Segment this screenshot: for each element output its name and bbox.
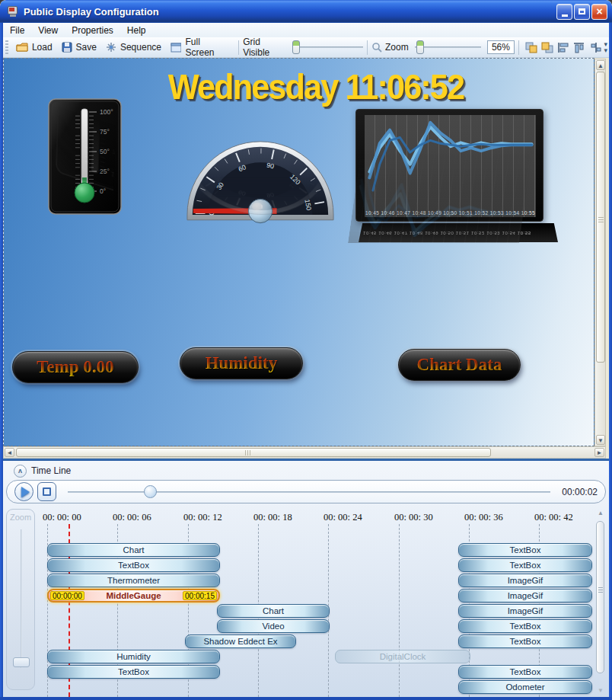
- full-screen-icon: [171, 43, 182, 53]
- close-button[interactable]: ×: [591, 4, 607, 20]
- ruler-label: 00: 00: 00: [43, 512, 81, 523]
- maximize-button[interactable]: [574, 4, 590, 20]
- title-bar[interactable]: Public Display Configuration ×: [0, 0, 612, 23]
- align-center-icon: [590, 42, 602, 53]
- window-title: Public Display Configuration: [24, 6, 555, 18]
- menu-help[interactable]: Help: [120, 24, 153, 37]
- thermometer-widget[interactable]: 100°75°50°25°0°: [56, 58, 139, 198]
- transport-bar: 00:00:02: [6, 480, 606, 503]
- align-top-button[interactable]: [572, 40, 588, 55]
- canvas-horizontal-scrollbar[interactable]: ◄ ►: [3, 446, 606, 459]
- timeline-bar-humidity[interactable]: Humidity: [47, 650, 220, 663]
- magnifier-icon: [371, 42, 382, 53]
- scroll-up-arrow[interactable]: ▲: [596, 509, 605, 518]
- vertical-scroll-thumb[interactable]: [596, 72, 605, 363]
- menu-bar: File View Properties Help: [3, 23, 609, 37]
- window-border-right: [609, 23, 612, 700]
- grid-visible-slider[interactable]: [292, 40, 363, 54]
- scroll-left-arrow[interactable]: ◄: [5, 448, 14, 457]
- save-icon: [62, 42, 72, 53]
- seek-slider-track: [68, 491, 550, 493]
- canvas-vertical-scrollbar[interactable]: ▲ ▼: [594, 59, 606, 446]
- timeline-bar-thermometer[interactable]: Thermometer: [47, 574, 220, 587]
- menu-view[interactable]: View: [31, 24, 65, 37]
- timeline-zoom-thumb[interactable]: [13, 657, 30, 667]
- grid-visible-slider-thumb[interactable]: [292, 40, 300, 54]
- bring-to-front-button[interactable]: [523, 40, 539, 55]
- minimize-button[interactable]: [556, 4, 572, 20]
- temp-button[interactable]: Temp 0.00: [12, 351, 139, 383]
- save-label: Save: [76, 42, 97, 53]
- scroll-down-arrow[interactable]: ▼: [596, 686, 605, 695]
- scroll-right-arrow[interactable]: ►: [594, 448, 604, 457]
- ruler-label: 00: 00: 24: [324, 512, 362, 523]
- timeline-bar-textbox[interactable]: TextBox: [458, 619, 592, 633]
- align-left-icon: [557, 42, 569, 53]
- timeline-bar-imagegif[interactable]: ImageGif: [458, 589, 592, 603]
- full-screen-label: Full Screen: [185, 37, 230, 58]
- timeline-bar-textbox[interactable]: TextBox: [458, 543, 592, 557]
- menu-properties[interactable]: Properties: [65, 24, 120, 37]
- scroll-down-arrow[interactable]: ▼: [596, 435, 605, 445]
- send-to-back-button[interactable]: [539, 40, 555, 55]
- svg-text:0°: 0°: [114, 78, 121, 88]
- horizontal-scroll-thumb[interactable]: [16, 448, 491, 457]
- collapse-timeline-button[interactable]: ʌ: [14, 465, 27, 478]
- seek-slider[interactable]: [68, 484, 550, 500]
- save-button[interactable]: Save: [57, 40, 101, 54]
- chart-x-axis-labels: 10:45 10:46 10:47 10:48 10:49 10:50 10:5…: [362, 142, 534, 148]
- sequence-icon: [106, 42, 116, 53]
- timeline-bar-imagegif[interactable]: ImageGif: [458, 604, 592, 618]
- timeline-zoom-track: [21, 529, 22, 668]
- timeline-bar-video[interactable]: Video: [217, 619, 330, 633]
- load-label: Load: [32, 42, 53, 53]
- full-screen-button[interactable]: Full Screen: [166, 35, 234, 59]
- chart-data-button[interactable]: Chart Data: [398, 349, 521, 381]
- zoom-slider-thumb[interactable]: [416, 40, 424, 54]
- scroll-up-arrow[interactable]: ▲: [596, 60, 605, 70]
- zoom-percentage: 56%: [487, 40, 515, 54]
- design-canvas[interactable]: Wednesday 11:06:52 100°75°50°25°0°: [3, 58, 594, 446]
- humidity-button[interactable]: Humidity: [180, 347, 303, 379]
- seek-slider-thumb[interactable]: [144, 485, 157, 498]
- stop-button[interactable]: [37, 482, 56, 501]
- digital-clock-widget[interactable]: Wednesday 11:06:52: [130, 66, 502, 107]
- timeline-bar-digitalclock[interactable]: DigitalClock: [335, 650, 470, 663]
- toolbar: Load Save Sequence Full Screen Grid Visi…: [3, 37, 609, 58]
- timeline-bar-textbox[interactable]: TextBox: [458, 634, 592, 648]
- timeline-bar-odometer[interactable]: Odometer: [458, 680, 592, 694]
- play-button[interactable]: [14, 482, 33, 501]
- zoom-slider-track: [415, 46, 481, 48]
- timeline-bar-chart[interactable]: Chart: [217, 604, 330, 618]
- ruler-label: 00: 00: 12: [183, 512, 222, 523]
- bring-to-front-icon: [525, 42, 537, 53]
- minimize-icon: [562, 14, 568, 17]
- timeline-scroll-thumb[interactable]: [596, 521, 604, 673]
- timeline-bar-textbox[interactable]: TextBox: [458, 558, 592, 572]
- timeline-bar-imagegif[interactable]: ImageGif: [458, 574, 592, 587]
- zoom-slider[interactable]: [415, 40, 481, 54]
- app-icon: [7, 5, 20, 18]
- align-left-button[interactable]: [556, 40, 572, 55]
- current-time: 00:00:02: [558, 487, 598, 497]
- timeline-bar-shadow-eddect-ex[interactable]: Shadow Eddect Ex: [185, 634, 296, 648]
- timeline-bar-textbox[interactable]: TextBox: [47, 665, 220, 679]
- toolbar-overflow-button[interactable]: ▾▾: [604, 41, 607, 53]
- grid-visible-label: Grid Visible: [243, 37, 288, 58]
- timeline-track-area[interactable]: 00: 00: 0000: 00: 0600: 00: 1200: 00: 18…: [40, 507, 594, 697]
- timeline-vertical-scrollbar[interactable]: ▲ ▼: [595, 507, 606, 697]
- align-center-button[interactable]: [588, 40, 604, 55]
- folder-icon: [16, 42, 28, 53]
- sequence-button[interactable]: Sequence: [101, 40, 166, 54]
- timeline-bar-textbox[interactable]: TextBox: [47, 558, 220, 572]
- bar-start-time: 00:00:00: [50, 591, 84, 600]
- load-button[interactable]: Load: [11, 40, 57, 54]
- zoom-label: Zoom: [385, 42, 409, 53]
- toolbar-separator: [238, 40, 239, 55]
- timeline-title: Time Line: [31, 465, 71, 476]
- timeline-bar-chart[interactable]: Chart: [47, 543, 220, 557]
- timeline-bar-middlegauge[interactable]: MiddleGauge00:00:0000:00:15: [47, 589, 220, 603]
- toolbar-grip[interactable]: [5, 40, 8, 54]
- menu-file[interactable]: File: [3, 24, 31, 37]
- timeline-bar-textbox[interactable]: TextBox: [458, 665, 592, 679]
